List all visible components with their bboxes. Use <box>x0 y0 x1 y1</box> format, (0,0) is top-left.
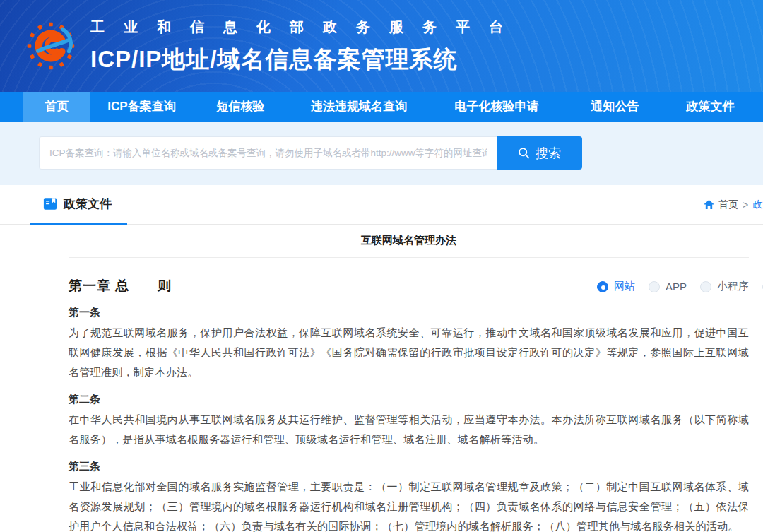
article-3: 第三条 工业和信息化部对全国的域名服务实施监督管理，主要职责是：（一）制定互联网… <box>69 459 749 532</box>
article-2: 第二条 在中华人民共和国境内从事互联网域名服务及其运行维护、监督管理等相关活动，… <box>69 392 749 449</box>
policy-document: 互联网域名管理办法 第一章 总 则 第一条 为了规范互联网域名服务，保护用户合法… <box>69 225 749 532</box>
nav-item-sms-verify[interactable]: 短信核验 <box>193 92 288 122</box>
nav-item-icp-query[interactable]: ICP备案查询 <box>90 92 193 122</box>
article-body: 为了规范互联网域名服务，保护用户合法权益，保障互联网域名系统安全、可靠运行，推动… <box>69 323 749 382</box>
search-section: 搜索 网站 APP 小程序 快应用 <box>0 122 763 185</box>
search-type-options: 网站 APP 小程序 快应用 <box>597 280 763 293</box>
radio-option-miniprogram[interactable]: 小程序 <box>700 280 749 293</box>
nav-item-e-verification[interactable]: 电子化核验申请 <box>430 92 564 122</box>
radio-selected-icon <box>597 281 608 292</box>
breadcrumb-home-label: 首页 <box>718 199 738 211</box>
radio-option-app[interactable]: APP <box>649 280 687 292</box>
nav-item-illegal-domain-query[interactable]: 违法违规域名查询 <box>288 92 430 122</box>
search-button-label: 搜索 <box>536 145 561 162</box>
radio-label: APP <box>666 280 687 292</box>
main-nav: 首页 ICP备案查询 短信核验 违法违规域名查询 电子化核验申请 通知公告 政策… <box>0 92 763 122</box>
nav-item-policy-files[interactable]: 政策文件 <box>666 92 755 122</box>
breadcrumb: 首页 > 政策文件 <box>704 199 763 211</box>
article-1: 第一条 为了规范互联网域名服务，保护用户合法权益，保障互联网域名系统安全、可靠运… <box>69 305 749 382</box>
book-icon <box>43 197 57 211</box>
radio-option-website[interactable]: 网站 <box>597 280 635 293</box>
miit-beian-logo-icon <box>25 9 76 83</box>
article-heading: 第二条 <box>69 392 749 406</box>
search-icon <box>518 147 530 159</box>
system-title: ICP/IP地址/域名信息备案管理系统 <box>90 44 522 76</box>
platform-title: 工业和信息化部政务服务平台 <box>90 18 522 37</box>
article-body: 工业和信息化部对全国的域名服务实施监督管理，主要职责是：（一）制定互联网域名管理… <box>69 477 749 532</box>
radio-unselected-icon <box>700 281 711 292</box>
radio-unselected-icon <box>649 281 660 292</box>
nav-item-notices[interactable]: 通知公告 <box>564 92 666 122</box>
header: 工业和信息化部政务服务平台 ICP/IP地址/域名信息备案管理系统 <box>0 0 763 92</box>
title-divider <box>69 257 749 258</box>
search-button[interactable]: 搜索 <box>497 136 582 170</box>
breadcrumb-current[interactable]: 政策文件 <box>752 199 763 211</box>
article-heading: 第一条 <box>69 305 749 319</box>
breadcrumb-separator: > <box>743 199 748 211</box>
nav-item-home[interactable]: 首页 <box>23 92 90 122</box>
policy-files-section-tab: 政策文件 <box>30 185 127 225</box>
article-body: 在中华人民共和国境内从事互联网域名服务及其运行维护、监督管理等相关活动，应当遵守… <box>69 410 749 449</box>
breadcrumb-home-link[interactable]: 首页 <box>704 199 738 211</box>
section-bar: 政策文件 首页 > 政策文件 <box>0 185 763 225</box>
icp-search-input[interactable] <box>39 136 497 170</box>
article-heading: 第三条 <box>69 459 749 473</box>
section-title: 政策文件 <box>64 196 112 212</box>
radio-label: 小程序 <box>717 280 749 293</box>
radio-label: 网站 <box>614 280 635 293</box>
document-title: 互联网域名管理办法 <box>69 234 749 247</box>
home-icon <box>704 200 714 210</box>
